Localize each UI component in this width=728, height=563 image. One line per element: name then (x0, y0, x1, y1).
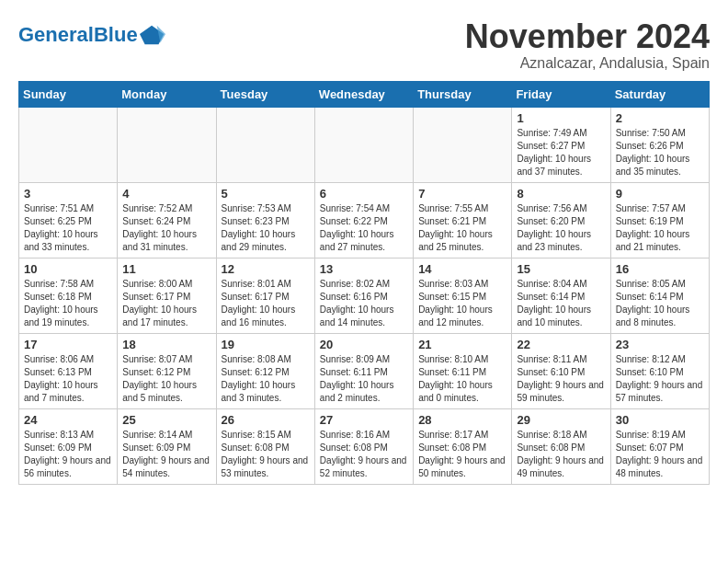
day-number: 25 (122, 413, 210, 427)
calendar-cell (314, 107, 413, 182)
day-info: Sunrise: 8:07 AM Sunset: 6:12 PM Dayligh… (122, 353, 210, 405)
day-info: Sunrise: 8:04 AM Sunset: 6:14 PM Dayligh… (517, 278, 605, 329)
title-block: November 2024 Aznalcazar, Andalusia, Spa… (465, 18, 710, 72)
day-info: Sunrise: 8:10 AM Sunset: 6:11 PM Dayligh… (418, 353, 506, 405)
day-number: 16 (616, 262, 704, 276)
weekday-thursday: Thursday (414, 81, 512, 107)
calendar-cell: 18Sunrise: 8:07 AM Sunset: 6:12 PM Dayli… (118, 333, 216, 408)
day-number: 18 (122, 338, 210, 351)
day-number: 3 (24, 187, 112, 201)
calendar-cell: 20Sunrise: 8:09 AM Sunset: 6:11 PM Dayli… (314, 333, 413, 408)
calendar-cell: 29Sunrise: 8:18 AM Sunset: 6:08 PM Dayli… (512, 408, 610, 484)
day-number: 10 (24, 262, 112, 276)
day-number: 21 (418, 338, 506, 351)
day-info: Sunrise: 8:12 AM Sunset: 6:10 PM Dayligh… (616, 353, 704, 405)
calendar-cell: 4Sunrise: 7:52 AM Sunset: 6:24 PM Daylig… (118, 182, 216, 258)
day-number: 1 (517, 111, 605, 125)
weekday-header-row: SundayMondayTuesdayWednesdayThursdayFrid… (19, 81, 710, 107)
day-number: 22 (517, 338, 605, 351)
day-number: 30 (616, 413, 704, 427)
day-info: Sunrise: 7:53 AM Sunset: 6:23 PM Dayligh… (222, 202, 310, 254)
calendar-cell: 23Sunrise: 8:12 AM Sunset: 6:10 PM Dayli… (610, 333, 709, 408)
day-number: 17 (24, 338, 112, 351)
logo-icon (140, 22, 165, 48)
week-row-5: 24Sunrise: 8:13 AM Sunset: 6:09 PM Dayli… (19, 408, 710, 484)
location: Aznalcazar, Andalusia, Spain (465, 55, 710, 72)
calendar-cell: 22Sunrise: 8:11 AM Sunset: 6:10 PM Dayli… (512, 333, 610, 408)
day-number: 5 (222, 187, 310, 201)
logo-text: GeneralBlue (18, 25, 138, 45)
day-info: Sunrise: 7:57 AM Sunset: 6:19 PM Dayligh… (616, 202, 704, 254)
day-info: Sunrise: 8:08 AM Sunset: 6:12 PM Dayligh… (222, 353, 310, 405)
calendar-cell: 8Sunrise: 7:56 AM Sunset: 6:20 PM Daylig… (512, 182, 610, 258)
calendar-cell: 6Sunrise: 7:54 AM Sunset: 6:22 PM Daylig… (314, 182, 413, 258)
logo: GeneralBlue (18, 22, 165, 48)
day-number: 15 (517, 262, 605, 276)
calendar-cell: 28Sunrise: 8:17 AM Sunset: 6:08 PM Dayli… (414, 408, 512, 484)
calendar-body: 1Sunrise: 7:49 AM Sunset: 6:27 PM Daylig… (19, 107, 710, 484)
day-info: Sunrise: 7:52 AM Sunset: 6:24 PM Dayligh… (122, 202, 210, 254)
day-number: 4 (122, 187, 210, 201)
calendar-cell: 1Sunrise: 7:49 AM Sunset: 6:27 PM Daylig… (512, 107, 610, 182)
weekday-sunday: Sunday (19, 81, 118, 107)
day-info: Sunrise: 7:50 AM Sunset: 6:26 PM Dayligh… (616, 127, 704, 178)
day-info: Sunrise: 8:18 AM Sunset: 6:08 PM Dayligh… (517, 429, 605, 480)
calendar-cell: 19Sunrise: 8:08 AM Sunset: 6:12 PM Dayli… (216, 333, 314, 408)
day-info: Sunrise: 8:19 AM Sunset: 6:07 PM Dayligh… (616, 429, 704, 480)
day-number: 11 (122, 262, 210, 276)
calendar-cell: 26Sunrise: 8:15 AM Sunset: 6:08 PM Dayli… (216, 408, 314, 484)
day-number: 9 (616, 187, 704, 201)
day-number: 6 (320, 187, 408, 201)
calendar-cell (118, 107, 216, 182)
weekday-friday: Friday (512, 81, 610, 107)
day-info: Sunrise: 8:17 AM Sunset: 6:08 PM Dayligh… (418, 429, 506, 480)
day-number: 20 (320, 338, 408, 351)
calendar-cell: 25Sunrise: 8:14 AM Sunset: 6:09 PM Dayli… (118, 408, 216, 484)
day-info: Sunrise: 7:49 AM Sunset: 6:27 PM Dayligh… (517, 127, 605, 178)
day-info: Sunrise: 7:55 AM Sunset: 6:21 PM Dayligh… (418, 202, 506, 254)
day-number: 24 (24, 413, 112, 427)
calendar-cell: 21Sunrise: 8:10 AM Sunset: 6:11 PM Dayli… (414, 333, 512, 408)
day-info: Sunrise: 8:00 AM Sunset: 6:17 PM Dayligh… (122, 278, 210, 329)
calendar-cell: 17Sunrise: 8:06 AM Sunset: 6:13 PM Dayli… (19, 333, 118, 408)
calendar-cell (19, 107, 118, 182)
day-number: 14 (418, 262, 506, 276)
day-info: Sunrise: 8:13 AM Sunset: 6:09 PM Dayligh… (24, 429, 112, 480)
calendar-cell: 24Sunrise: 8:13 AM Sunset: 6:09 PM Dayli… (19, 408, 118, 484)
day-info: Sunrise: 8:11 AM Sunset: 6:10 PM Dayligh… (517, 353, 605, 405)
day-number: 23 (616, 338, 704, 351)
calendar-cell: 14Sunrise: 8:03 AM Sunset: 6:15 PM Dayli… (414, 258, 512, 333)
day-number: 19 (222, 338, 310, 351)
month-title: November 2024 (465, 18, 710, 55)
calendar-cell (414, 107, 512, 182)
week-row-3: 10Sunrise: 7:58 AM Sunset: 6:18 PM Dayli… (19, 258, 710, 333)
day-number: 7 (418, 187, 506, 201)
calendar-cell: 27Sunrise: 8:16 AM Sunset: 6:08 PM Dayli… (314, 408, 413, 484)
calendar-cell: 30Sunrise: 8:19 AM Sunset: 6:07 PM Dayli… (610, 408, 709, 484)
day-number: 13 (320, 262, 408, 276)
weekday-saturday: Saturday (610, 81, 709, 107)
day-info: Sunrise: 8:16 AM Sunset: 6:08 PM Dayligh… (320, 429, 408, 480)
day-info: Sunrise: 7:56 AM Sunset: 6:20 PM Dayligh… (517, 202, 605, 254)
day-info: Sunrise: 7:51 AM Sunset: 6:25 PM Dayligh… (24, 202, 112, 254)
calendar-cell: 2Sunrise: 7:50 AM Sunset: 6:26 PM Daylig… (610, 107, 709, 182)
day-info: Sunrise: 8:05 AM Sunset: 6:14 PM Dayligh… (616, 278, 704, 329)
day-info: Sunrise: 8:09 AM Sunset: 6:11 PM Dayligh… (320, 353, 408, 405)
day-info: Sunrise: 8:03 AM Sunset: 6:15 PM Dayligh… (418, 278, 506, 329)
day-info: Sunrise: 7:58 AM Sunset: 6:18 PM Dayligh… (24, 278, 112, 329)
day-info: Sunrise: 7:54 AM Sunset: 6:22 PM Dayligh… (320, 202, 408, 254)
day-info: Sunrise: 8:14 AM Sunset: 6:09 PM Dayligh… (122, 429, 210, 480)
calendar-cell: 16Sunrise: 8:05 AM Sunset: 6:14 PM Dayli… (610, 258, 709, 333)
weekday-wednesday: Wednesday (314, 81, 413, 107)
day-info: Sunrise: 8:15 AM Sunset: 6:08 PM Dayligh… (222, 429, 310, 480)
day-info: Sunrise: 8:02 AM Sunset: 6:16 PM Dayligh… (320, 278, 408, 329)
day-number: 26 (222, 413, 310, 427)
page-header: GeneralBlue November 2024 Aznalcazar, An… (18, 18, 710, 72)
week-row-1: 1Sunrise: 7:49 AM Sunset: 6:27 PM Daylig… (19, 107, 710, 182)
calendar-cell: 3Sunrise: 7:51 AM Sunset: 6:25 PM Daylig… (19, 182, 118, 258)
calendar-cell: 12Sunrise: 8:01 AM Sunset: 6:17 PM Dayli… (216, 258, 314, 333)
day-info: Sunrise: 8:06 AM Sunset: 6:13 PM Dayligh… (24, 353, 112, 405)
day-number: 12 (222, 262, 310, 276)
calendar-cell: 13Sunrise: 8:02 AM Sunset: 6:16 PM Dayli… (314, 258, 413, 333)
day-info: Sunrise: 8:01 AM Sunset: 6:17 PM Dayligh… (222, 278, 310, 329)
